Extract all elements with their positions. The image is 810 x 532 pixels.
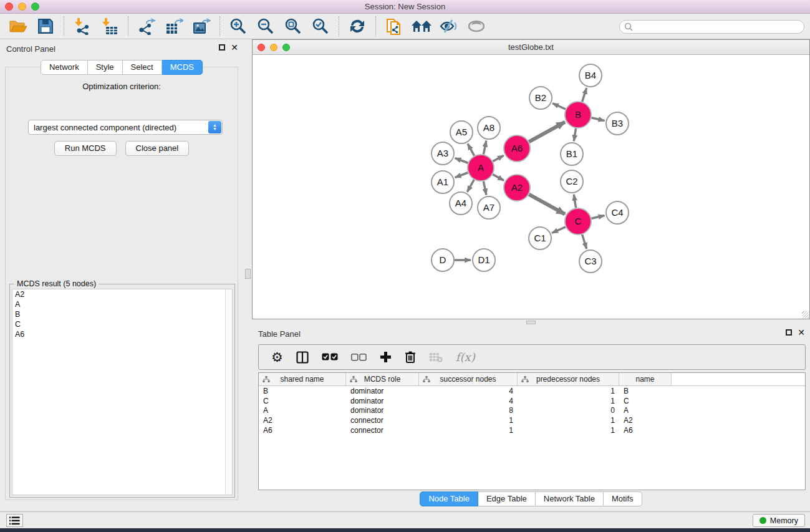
net-minimize-button[interactable] [270, 44, 277, 51]
duplicate-network-icon[interactable] [383, 17, 405, 36]
save-session-icon[interactable] [35, 17, 56, 36]
tab-network[interactable]: Network [41, 60, 88, 75]
table-cell[interactable]: 4 [419, 387, 518, 395]
table-cell[interactable]: dominator [346, 387, 419, 395]
tab-style[interactable]: Style [88, 60, 123, 75]
tab-mcds[interactable]: MCDS [162, 60, 203, 75]
zoom-in-icon[interactable] [228, 17, 249, 36]
table-cell[interactable]: A6 [619, 426, 672, 435]
graph-edge[interactable] [467, 180, 474, 192]
run-mcds-button[interactable]: Run MCDS [54, 141, 117, 156]
search-box[interactable] [619, 20, 804, 34]
column-header[interactable]: MCDS role [346, 373, 419, 385]
graph-edge[interactable] [591, 216, 604, 219]
memory-button[interactable]: Memory [753, 514, 805, 527]
net-close-button[interactable] [258, 44, 265, 51]
table-row[interactable]: Bdominator41B [259, 386, 805, 396]
criterion-select[interactable]: largest connected component (directed) ▲… [28, 120, 223, 135]
tab-node-table[interactable]: Node Table [420, 491, 478, 506]
table-cell[interactable]: A [619, 406, 672, 415]
zoom-selected-icon[interactable] [310, 17, 331, 36]
table-cell[interactable]: B [259, 387, 346, 395]
column-header[interactable]: successor nodes [419, 373, 518, 385]
list-item[interactable]: A6 [12, 329, 232, 339]
float-panel-icon[interactable] [219, 44, 225, 51]
table-cell[interactable]: dominator [346, 397, 419, 405]
tab-edge-table[interactable]: Edge Table [478, 491, 536, 506]
open-session-icon[interactable] [7, 17, 29, 36]
export-image-icon[interactable] [191, 17, 212, 36]
table-cell[interactable]: dominator [346, 406, 419, 415]
zoom-fit-icon[interactable] [282, 17, 304, 36]
close-window-button[interactable] [5, 2, 13, 11]
table-cell[interactable]: 8 [419, 406, 518, 415]
list-item[interactable]: C [12, 319, 232, 329]
table-cell[interactable]: connector [346, 426, 419, 435]
import-table-icon[interactable] [99, 17, 120, 36]
deselect-all-icon[interactable] [351, 350, 367, 365]
graph-edge[interactable] [455, 158, 468, 163]
select-all-icon[interactable] [322, 350, 338, 365]
graph-edge[interactable] [574, 128, 576, 142]
show-all-icon[interactable] [466, 17, 487, 36]
node-table[interactable]: shared nameMCDS rolesuccessor nodesprede… [258, 372, 806, 490]
task-history-button[interactable] [6, 514, 23, 527]
delete-column-icon[interactable] [405, 350, 416, 365]
table-cell[interactable]: A6 [259, 426, 346, 435]
network-canvas[interactable]: B4B2BB3A8A5A6A3B1AA1C2A2A4A7C4CC1C3DD1 [253, 55, 809, 319]
import-network-icon[interactable] [72, 17, 93, 36]
mcds-result-list[interactable]: A2ABCA6 [12, 289, 233, 495]
home-icon[interactable] [411, 17, 432, 36]
column-header[interactable]: predecessor nodes [518, 373, 619, 385]
minimize-window-button[interactable] [18, 2, 26, 11]
vertical-splitter-handle[interactable] [245, 269, 251, 279]
graph-edge[interactable] [468, 143, 474, 155]
table-cell[interactable]: 1 [518, 387, 619, 395]
table-cell[interactable]: C [619, 397, 672, 405]
table-row[interactable]: Adominator80A [259, 406, 805, 416]
table-cell[interactable]: 1 [419, 426, 518, 435]
column-header[interactable]: shared name [259, 373, 346, 385]
hide-selected-icon[interactable] [438, 17, 460, 36]
graph-edge[interactable] [552, 104, 566, 109]
export-network-icon[interactable] [136, 17, 157, 36]
panel-mode-icon[interactable] [296, 350, 309, 365]
table-cell[interactable]: 4 [419, 397, 518, 405]
tab-select[interactable]: Select [123, 60, 162, 75]
tab-network-table[interactable]: Network Table [536, 491, 604, 506]
graph-edge[interactable] [483, 181, 486, 195]
refresh-icon[interactable] [347, 17, 368, 36]
list-item[interactable]: B [12, 309, 232, 319]
table-cell[interactable]: C [259, 397, 346, 405]
table-cell[interactable]: 1 [518, 397, 619, 405]
table-row[interactable]: A2connector11A2 [259, 415, 805, 425]
graph-edge[interactable] [552, 227, 566, 233]
table-cell[interactable]: 0 [518, 406, 619, 415]
result-list-scrollbar[interactable] [225, 289, 232, 495]
graph-edge[interactable] [582, 88, 587, 102]
table-cell[interactable]: A [259, 406, 346, 415]
zoom-window-button[interactable] [31, 2, 39, 11]
table-cell[interactable]: connector [346, 416, 419, 425]
close-table-panel-icon[interactable]: ✕ [798, 329, 805, 336]
search-input[interactable] [633, 22, 789, 31]
table-cell[interactable]: A2 [619, 416, 672, 425]
table-cell[interactable]: 1 [419, 416, 518, 425]
graph-edge[interactable] [455, 173, 468, 178]
table-cell[interactable]: 1 [518, 426, 619, 435]
graph-edge[interactable] [529, 195, 565, 215]
graph-edge[interactable] [529, 122, 565, 142]
zoom-out-icon[interactable] [255, 17, 276, 36]
column-header[interactable]: name [619, 373, 672, 385]
table-cell[interactable]: A2 [259, 416, 346, 425]
graph-edge[interactable] [493, 155, 503, 161]
graph-edge[interactable] [591, 118, 604, 121]
net-zoom-button[interactable] [282, 44, 290, 51]
table-cell[interactable]: B [619, 387, 672, 395]
export-table-icon[interactable] [163, 17, 185, 36]
graph-edge[interactable] [493, 175, 504, 181]
list-item[interactable]: A2 [12, 289, 232, 299]
add-column-icon[interactable] [380, 350, 392, 365]
table-row[interactable]: Cdominator41C [259, 396, 805, 406]
table-cell[interactable]: 1 [518, 416, 619, 425]
